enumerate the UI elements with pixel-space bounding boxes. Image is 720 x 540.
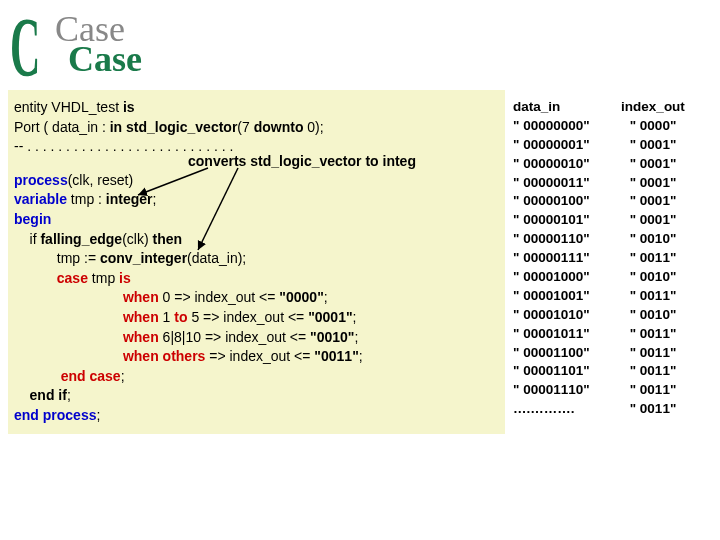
cell-data-in: " 00000010" xyxy=(513,155,613,174)
annot-b: std_logic_vector xyxy=(250,153,361,169)
cell-data-in: " 00000110" xyxy=(513,230,613,249)
cell-data-in: ….………. xyxy=(513,400,613,419)
annot-a: converts xyxy=(188,153,250,169)
table-row: " 00000111"" 0011" xyxy=(513,249,708,268)
table-row: " 00001110"" 0011" xyxy=(513,381,708,400)
table-row: " 00000010"" 0001" xyxy=(513,155,708,174)
title-letter-c: C xyxy=(10,0,40,96)
annot-c: to xyxy=(362,153,383,169)
table-row: " 00000001"" 0001" xyxy=(513,136,708,155)
cell-index-out: " 0001" xyxy=(613,211,693,230)
truth-table: data_in index_out " 00000000"" 0000"" 00… xyxy=(505,90,712,434)
cell-index-out: " 0010" xyxy=(613,230,693,249)
code-l1: entity VHDL_test is xyxy=(14,98,499,118)
title-case-main: Case xyxy=(68,38,142,80)
code-l10: when 0 => index_out <= "0000"; xyxy=(14,288,499,308)
cell-index-out: " 0010" xyxy=(613,268,693,287)
cell-index-out: " 0001" xyxy=(613,192,693,211)
hdr-index-out: index_out xyxy=(613,98,693,117)
table-row: " 00001010"" 0010" xyxy=(513,306,708,325)
cell-data-in: " 00000101" xyxy=(513,211,613,230)
table-row: " 00000110"" 0010" xyxy=(513,230,708,249)
cell-data-in: " 00000111" xyxy=(513,249,613,268)
table-row: " 00001001"" 0011" xyxy=(513,287,708,306)
table-row: " 00001011"" 0011" xyxy=(513,325,708,344)
table-row: " 00001100"" 0011" xyxy=(513,344,708,363)
cell-index-out: " 0011" xyxy=(613,344,693,363)
cell-index-out: " 0001" xyxy=(613,136,693,155)
hdr-data-in: data_in xyxy=(513,98,613,117)
table-row: " 00001101"" 0011" xyxy=(513,362,708,381)
cell-data-in: " 00001110" xyxy=(513,381,613,400)
annot-d: integ xyxy=(383,153,416,169)
cell-index-out: " 0001" xyxy=(613,155,693,174)
cell-data-in: " 00001101" xyxy=(513,362,613,381)
code-l15: end if; xyxy=(14,386,499,406)
title-area: C Case Case xyxy=(0,0,720,90)
annotation-text: converts std_logic_vector to integ xyxy=(188,152,416,172)
code-l6: begin xyxy=(14,210,499,230)
cell-index-out: " 0011" xyxy=(613,400,693,419)
code-panel: converts std_logic_vector to integ entit… xyxy=(8,90,505,434)
table-body: " 00000000"" 0000"" 00000001"" 0001"" 00… xyxy=(513,117,708,419)
table-row: " 00000100"" 0001" xyxy=(513,192,708,211)
code-l14: end case; xyxy=(14,367,499,387)
code-l2: Port ( data_in : in std_logic_vector(7 d… xyxy=(14,118,499,138)
table-row: ….………." 0011" xyxy=(513,400,708,419)
cell-index-out: " 0011" xyxy=(613,287,693,306)
cell-index-out: " 0000" xyxy=(613,117,693,136)
table-row: " 00000011"" 0001" xyxy=(513,174,708,193)
cell-index-out: " 0001" xyxy=(613,174,693,193)
code-l11: when 1 to 5 => index_out <= "0001"; xyxy=(14,308,499,328)
cell-data-in: " 00001011" xyxy=(513,325,613,344)
code-l4: process(clk, reset) xyxy=(14,171,499,191)
code-l9: case tmp is xyxy=(14,269,499,289)
table-row: " 00000101"" 0001" xyxy=(513,211,708,230)
table-row: " 00001000"" 0010" xyxy=(513,268,708,287)
cell-data-in: " 00001010" xyxy=(513,306,613,325)
code-l8: tmp := conv_integer(data_in); xyxy=(14,249,499,269)
table-row: " 00000000"" 0000" xyxy=(513,117,708,136)
cell-data-in: " 00001001" xyxy=(513,287,613,306)
cell-index-out: " 0011" xyxy=(613,249,693,268)
cell-data-in: " 00000100" xyxy=(513,192,613,211)
code-l5: variable tmp : integer; xyxy=(14,190,499,210)
table-header: data_in index_out xyxy=(513,98,708,117)
cell-index-out: " 0011" xyxy=(613,362,693,381)
content-row: converts std_logic_vector to integ entit… xyxy=(0,90,720,434)
cell-data-in: " 00000001" xyxy=(513,136,613,155)
cell-data-in: " 00000011" xyxy=(513,174,613,193)
cell-index-out: " 0011" xyxy=(613,381,693,400)
cell-index-out: " 0010" xyxy=(613,306,693,325)
code-l12: when 6|8|10 => index_out <= "0010"; xyxy=(14,328,499,348)
code-l13: when others => index_out <= "0011"; xyxy=(14,347,499,367)
code-l16: end process; xyxy=(14,406,499,426)
cell-data-in: " 00001100" xyxy=(513,344,613,363)
code-l7: if falling_edge(clk) then xyxy=(14,230,499,250)
cell-index-out: " 0011" xyxy=(613,325,693,344)
cell-data-in: " 00000000" xyxy=(513,117,613,136)
cell-data-in: " 00001000" xyxy=(513,268,613,287)
